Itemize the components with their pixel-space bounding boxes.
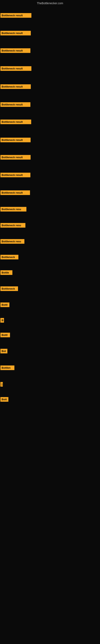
bottleneck-bar: | [0,382,3,386]
bottleneck-bar: Bottleneck result [0,155,31,160]
bottleneck-bar: Bottleneck resu [0,239,24,244]
bottleneck-bar: Bot [0,349,7,354]
bottleneck-bar-row: Bottleneck result [0,102,100,108]
bottleneck-bar: Bottleneck result [0,84,31,89]
bottleneck-bar: Bottle [0,270,12,275]
bottleneck-bar: Bottleneck resu [0,207,26,212]
bottleneck-bar: Bottl [0,302,9,307]
bottleneck-bar-row: Bottl [0,333,100,338]
bottleneck-bar-row: Bot [0,349,100,354]
bottleneck-bar: Bottleneck result [0,190,30,195]
bottleneck-bar-row: Bottleneck resu [0,239,100,244]
bottleneck-bar: Bott [0,397,8,402]
bottleneck-bar-row: Bottl [0,302,100,308]
bottleneck-bar-row: B [0,318,100,324]
bottleneck-bar-row: Bottleneck result [0,84,100,90]
bottleneck-bar-row: Bottlen [0,366,100,371]
bottleneck-bar: Bottleneck result [0,138,31,142]
bottleneck-bar-row: Bottleneck result [0,120,100,125]
bottleneck-bar: Bottleneck result [0,120,31,124]
bottleneck-bar-row: Bott [0,397,100,402]
bottleneck-bar-row: Bottle [0,270,100,276]
bottleneck-bar: Bottleneck result [0,173,30,177]
bottleneck-bar-row: Bottleneck result [0,138,100,143]
bottleneck-bar: Bottleneck [0,286,18,291]
bottleneck-bar-row: Bottleneck result [0,31,100,36]
bottleneck-bar-row: Bottleneck result [0,13,100,18]
bottleneck-bar-row: Bottleneck resu [0,207,100,212]
bottleneck-bar-row: Bottleneck result [0,66,100,72]
site-title: TheBottlenecker.com [0,0,100,6]
bottleneck-bar: Bottleneck result [0,48,30,53]
bottleneck-bar-row: Bottleneck [0,255,100,260]
bottleneck-bar: Bottleneck result [0,102,30,107]
bottleneck-bar-row: Bottleneck result [0,155,100,160]
bottleneck-bar-row: Bottleneck result [0,190,100,196]
bottleneck-bar: Bottleneck result [0,31,31,36]
bottleneck-bar: Bottleneck result [0,13,31,18]
bottleneck-bar: Bottleneck result [0,66,31,71]
bottleneck-bar-row: Bottleneck [0,286,100,292]
bottleneck-bar: Bottl [0,333,10,337]
bottleneck-bar: B [0,318,4,322]
bottleneck-bar: Bottleneck resu [0,223,25,228]
bottleneck-bar-row: Bottleneck result [0,48,100,54]
bottleneck-bar-row: Bottleneck result [0,173,100,178]
bottleneck-bar: Bottleneck [0,255,18,260]
bottleneck-bar-row: Bottleneck resu [0,223,100,228]
bottleneck-bar: Bottlen [0,366,14,370]
bottleneck-bar-row: | [0,382,100,388]
